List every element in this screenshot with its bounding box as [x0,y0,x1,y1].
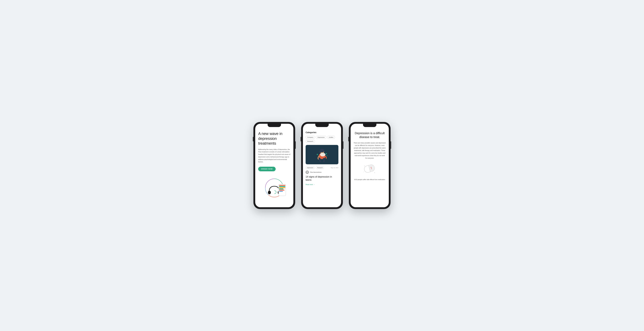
read-more-link[interactable]: Read more → [306,184,338,185]
phone3-title: Depression is a difficult disease to tre… [354,131,386,139]
phone1-description: Addressing the many sides of depression,… [258,148,290,163]
phone-1-content: A new wave in depression treatments Addr… [255,124,294,201]
notch-3 [363,124,376,127]
svg-rect-9 [326,153,327,154]
article-date: May 10, 2022 [331,167,338,168]
svg-rect-10 [326,155,327,156]
article-title: 14 signs of depression in teens [306,175,338,182]
phone-3-content: Depression is a difficult disease to tre… [350,124,389,184]
phone-2-content: Categories Company Depression Guides Res… [303,124,341,188]
svg-point-15 [364,166,365,166]
article-tag-research[interactable]: Research [316,166,324,169]
phone3-caption: 6/10 people suffer side effects from med… [354,178,386,181]
phones-container: A new wave in depression treatments Addr… [254,122,390,209]
svg-point-6 [319,150,321,154]
svg-point-1 [268,191,271,194]
category-tags: Company Depression Guides Research [306,136,338,143]
phone-2: Categories Company Depression Guides Res… [301,122,343,209]
phone-1-screen: A new wave in depression treatments Addr… [255,124,294,207]
notch-1 [268,124,281,127]
phone1-title: A new wave in depression treatments [258,131,290,146]
order-now-button[interactable]: ORDER NOW [258,167,276,171]
phone-3: Depression is a difficult disease to tre… [349,122,390,209]
article-tag-depression[interactable]: Depression [306,166,315,169]
article-meta: Depression Research May 10, 2022 [306,166,338,169]
phone-2-screen: Categories Company Depression Guides Res… [303,124,341,207]
phone1-product-image [258,174,290,198]
tag-depression[interactable]: Depression [316,136,326,139]
tag-research[interactable]: Research [306,140,315,143]
categories-heading: Categories [306,131,338,134]
svg-point-17 [364,172,364,172]
tag-company[interactable]: Company [306,136,315,139]
phone3-description: There are many possible causes and depre… [354,142,386,160]
pill-illustration: ! [354,163,386,176]
phone-3-screen: Depression is a difficult disease to tre… [350,124,389,207]
author-avatar [306,170,309,174]
author-name: Flow Neuroscience [310,172,322,173]
article-hero-image [306,145,338,164]
tag-guides[interactable]: Guides [327,136,335,139]
phone-1: A new wave in depression treatments Addr… [254,122,295,209]
phone-mini-device [278,184,286,196]
author-info: Flow Neuroscience [306,170,338,174]
svg-point-16 [374,172,375,173]
notch-2 [315,124,329,127]
arrow-icon: → [314,184,315,185]
svg-rect-8 [317,154,318,155]
